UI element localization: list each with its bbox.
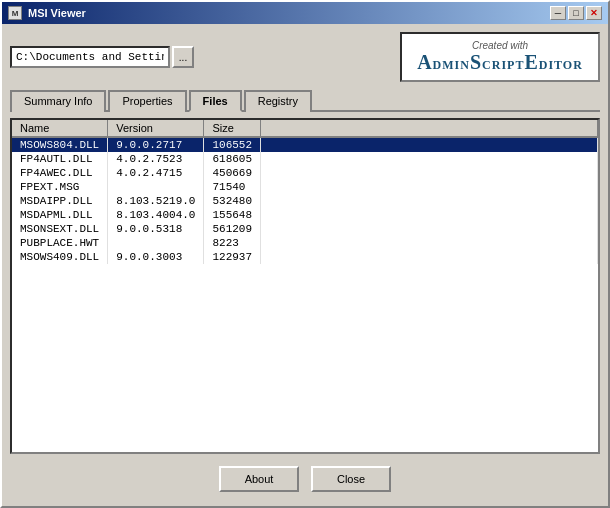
table-header-row: Name Version Size — [12, 120, 598, 137]
top-row: ... Created with AdminScriptEditor — [10, 32, 600, 82]
tab-files[interactable]: Files — [189, 90, 242, 112]
col-version[interactable]: Version — [108, 120, 204, 137]
cell-name: FPEXT.MSG — [12, 180, 108, 194]
table-row[interactable]: FP4AUTL.DLL4.0.2.7523618605 — [12, 152, 598, 166]
cell-version: 9.0.0.3003 — [108, 250, 204, 264]
cell-extra — [261, 137, 598, 152]
maximize-button[interactable]: □ — [568, 6, 584, 20]
cell-name: FP4AUTL.DLL — [12, 152, 108, 166]
cell-size: 71540 — [204, 180, 261, 194]
close-button[interactable]: Close — [311, 466, 391, 492]
cell-size: 450669 — [204, 166, 261, 180]
col-size[interactable]: Size — [204, 120, 261, 137]
cell-version — [108, 236, 204, 250]
about-button[interactable]: About — [219, 466, 299, 492]
cell-version: 4.0.2.7523 — [108, 152, 204, 166]
cell-name: PUBPLACE.HWT — [12, 236, 108, 250]
tabs: Summary Info Properties Files Registry — [10, 88, 600, 112]
logo-area: Created with AdminScriptEditor — [400, 32, 600, 82]
file-table: Name Version Size MSOWS804.DLL9.0.0.2717… — [12, 120, 598, 264]
minimize-button[interactable]: ─ — [550, 6, 566, 20]
content-area: ... Created with AdminScriptEditor Summa… — [2, 24, 608, 506]
cell-extra — [261, 166, 598, 180]
path-input-group: ... — [10, 46, 194, 68]
cell-version: 9.0.0.5318 — [108, 222, 204, 236]
table-row[interactable]: MSOWS804.DLL9.0.0.2717106552 — [12, 137, 598, 152]
tab-summary[interactable]: Summary Info — [10, 90, 106, 112]
logo-created-text: Created with — [414, 40, 586, 51]
logo-title-text: AdminScriptEditor — [417, 51, 583, 73]
cell-size: 155648 — [204, 208, 261, 222]
cell-name: MSDAPML.DLL — [12, 208, 108, 222]
table-row[interactable]: FPEXT.MSG71540 — [12, 180, 598, 194]
cell-version: 4.0.2.4715 — [108, 166, 204, 180]
cell-extra — [261, 180, 598, 194]
cell-size: 8223 — [204, 236, 261, 250]
window-title: MSI Viewer — [28, 7, 86, 19]
table-row[interactable]: MSONSEXT.DLL9.0.0.5318561209 — [12, 222, 598, 236]
cell-version: 8.103.4004.0 — [108, 208, 204, 222]
path-input[interactable] — [10, 46, 170, 68]
cell-extra — [261, 236, 598, 250]
cell-extra — [261, 250, 598, 264]
cell-version: 9.0.0.2717 — [108, 137, 204, 152]
cell-version: 8.103.5219.0 — [108, 194, 204, 208]
cell-name: MSOWS409.DLL — [12, 250, 108, 264]
cell-name: FP4AWEC.DLL — [12, 166, 108, 180]
cell-extra — [261, 208, 598, 222]
button-row: About Close — [10, 460, 600, 498]
cell-size: 618605 — [204, 152, 261, 166]
tab-properties[interactable]: Properties — [108, 90, 186, 112]
tab-registry[interactable]: Registry — [244, 90, 312, 112]
file-table-container[interactable]: Name Version Size MSOWS804.DLL9.0.0.2717… — [10, 118, 600, 454]
table-row[interactable]: MSDAIPP.DLL8.103.5219.0532480 — [12, 194, 598, 208]
table-row[interactable]: PUBPLACE.HWT8223 — [12, 236, 598, 250]
cell-size: 561209 — [204, 222, 261, 236]
title-controls: ─ □ ✕ — [550, 6, 602, 20]
cell-size: 122937 — [204, 250, 261, 264]
main-window: M MSI Viewer ─ □ ✕ ... Created with Admi… — [0, 0, 610, 508]
col-name[interactable]: Name — [12, 120, 108, 137]
title-bar: M MSI Viewer ─ □ ✕ — [2, 2, 608, 24]
table-row[interactable]: MSOWS409.DLL9.0.0.3003122937 — [12, 250, 598, 264]
col-extra — [261, 120, 598, 137]
cell-name: MSOWS804.DLL — [12, 137, 108, 152]
table-row[interactable]: MSDAPML.DLL8.103.4004.0155648 — [12, 208, 598, 222]
cell-size: 106552 — [204, 137, 261, 152]
app-icon: M — [8, 6, 22, 20]
browse-button[interactable]: ... — [172, 46, 194, 68]
cell-size: 532480 — [204, 194, 261, 208]
cell-name: MSDAIPP.DLL — [12, 194, 108, 208]
table-row[interactable]: FP4AWEC.DLL4.0.2.4715450669 — [12, 166, 598, 180]
cell-extra — [261, 222, 598, 236]
cell-extra — [261, 194, 598, 208]
cell-extra — [261, 152, 598, 166]
cell-name: MSONSEXT.DLL — [12, 222, 108, 236]
title-bar-text: M MSI Viewer — [8, 6, 86, 20]
close-window-button[interactable]: ✕ — [586, 6, 602, 20]
logo-title: AdminScriptEditor — [414, 51, 586, 74]
cell-version — [108, 180, 204, 194]
